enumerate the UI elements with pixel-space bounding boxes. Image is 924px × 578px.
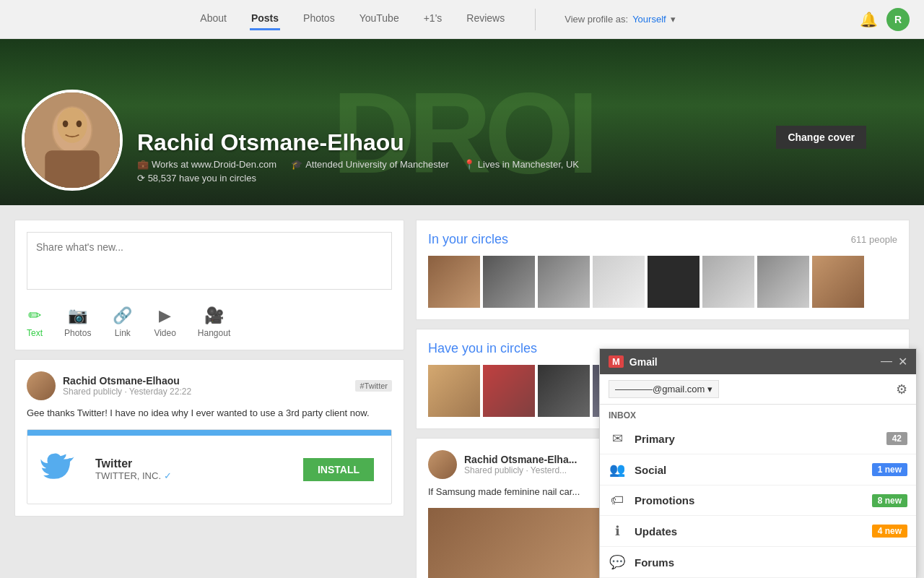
post-author-avatar: [27, 371, 56, 400]
post-meta-1: Rachid Otsmane-Elhaou Shared publicly · …: [63, 375, 348, 397]
gmail-row-promotions[interactable]: 🏷 Promotions 8 new: [600, 486, 916, 516]
account-email: ————@gmail.com: [615, 384, 705, 394]
post-tag[interactable]: #Twitter: [355, 380, 392, 392]
circle-thumb-4[interactable]: [593, 256, 645, 308]
circles-grid: [428, 256, 897, 308]
circle-thumb-2[interactable]: [483, 256, 535, 308]
circles-people-count: 611 people: [851, 234, 897, 245]
top-navigation: About Posts Photos YouTube +1's Reviews …: [0, 0, 924, 39]
circles-count: ⟳ 58,537 have you in circles: [137, 173, 579, 184]
avatar-svg: [25, 90, 120, 191]
twitter-company-text: TWITTER, INC.: [95, 470, 161, 481]
view-profile-value[interactable]: Yourself: [632, 14, 666, 25]
briefcase-icon: 💼: [137, 159, 149, 170]
profile-section: Rachid Otsmane-Elhaou 💼 Works at www.Dro…: [22, 90, 579, 191]
share-video-action[interactable]: ▶ Video: [154, 306, 175, 338]
circle-thumb-7[interactable]: [757, 256, 809, 308]
updates-badge: 4 new: [872, 525, 907, 538]
twitter-card-body: Twitter TWITTER, INC. ✓ INSTALL: [27, 436, 391, 504]
chevron-down-icon: ▾: [671, 14, 676, 25]
nav-divider: [535, 9, 536, 30]
view-profile-label: View profile as:: [565, 14, 628, 25]
nav-photos[interactable]: Photos: [302, 9, 336, 30]
nav-icons: 🔔 R: [860, 8, 910, 31]
gmail-account-bar: ————@gmail.com ▾ ⚙: [600, 374, 916, 405]
svg-rect-3: [45, 150, 99, 188]
gmail-popup: M Gmail — ✕ ————@gmail.com ▾ ⚙ Inbox ✉ P…: [599, 348, 917, 578]
notification-bell-icon[interactable]: 🔔: [860, 11, 878, 28]
promotions-icon: 🏷: [609, 493, 626, 508]
view-profile-section: View profile as: Yourself ▾: [565, 9, 675, 30]
twitter-card-header: [27, 430, 391, 436]
forums-label: Forums: [635, 556, 907, 569]
post-time: Shared publicly · Yesterday 22:22: [63, 387, 348, 397]
circle-thumb-1[interactable]: [428, 256, 480, 308]
svg-point-6: [77, 121, 82, 127]
social-badge: 1 new: [872, 463, 907, 476]
gmail-header[interactable]: M Gmail — ✕: [600, 349, 916, 374]
have-thumb-3[interactable]: [538, 365, 590, 417]
promotions-label: Promotions: [635, 494, 863, 506]
twitter-bird-icon: [36, 444, 87, 495]
gmail-row-updates[interactable]: ℹ Updates 4 new: [600, 516, 916, 547]
share-input[interactable]: [27, 232, 392, 290]
nav-plusones[interactable]: +1's: [422, 9, 444, 30]
post-header-1: Rachid Otsmane-Elhaou Shared publicly · …: [27, 371, 392, 400]
nav-links: About Posts Photos YouTube +1's Reviews …: [14, 9, 860, 30]
twitter-app-name: Twitter: [95, 457, 295, 470]
primary-badge: 42: [886, 432, 907, 445]
install-button[interactable]: INSTALL: [303, 458, 374, 481]
change-cover-button[interactable]: Change cover: [776, 126, 866, 149]
share-text-action[interactable]: ✏ Text: [27, 306, 43, 338]
post-author-name[interactable]: Rachid Otsmane-Elhaou: [63, 375, 348, 387]
avatar-image: [25, 92, 120, 188]
profile-details: 💼 Works at www.Droid-Den.com 🎓 Attended …: [137, 159, 579, 170]
gmail-scroll-area[interactable]: ✉ Primary 42 👥 Social 1 new 🏷 Promotions…: [600, 423, 916, 578]
text-label: Text: [27, 328, 43, 338]
circle-thumb-3[interactable]: [538, 256, 590, 308]
gmail-row-primary[interactable]: ✉ Primary 42: [600, 423, 916, 454]
post-card-1: Rachid Otsmane-Elhaou Shared publicly · …: [14, 359, 404, 517]
circle-thumb-5[interactable]: [648, 256, 699, 308]
share-box: ✏ Text 📷 Photos 🔗 Link ▶ Video 🎥 Ha: [14, 220, 404, 350]
work-text: Works at www.Droid-Den.com: [152, 159, 276, 170]
circles-text: 58,537 have you in circles: [148, 173, 256, 184]
have-thumb-2[interactable]: [483, 365, 535, 417]
svg-point-4: [57, 108, 87, 143]
video-icon: ▶: [159, 306, 171, 325]
close-icon[interactable]: ✕: [898, 355, 907, 368]
gmail-row-social[interactable]: 👥 Social 1 new: [600, 454, 916, 486]
have-you-title: Have you in circles: [428, 341, 537, 356]
nav-reviews[interactable]: Reviews: [465, 9, 506, 30]
post2-avatar: [428, 450, 457, 479]
social-icon: 👥: [609, 462, 626, 478]
minimize-icon[interactable]: —: [881, 355, 892, 368]
user-avatar[interactable]: R: [886, 8, 910, 31]
gmail-gear-icon[interactable]: ⚙: [896, 381, 907, 397]
link-icon: 🔗: [113, 306, 132, 325]
share-photos-action[interactable]: 📷 Photos: [64, 306, 91, 338]
video-label: Video: [154, 328, 175, 338]
gmail-account-select[interactable]: ————@gmail.com ▾: [609, 380, 719, 398]
gmail-logo: M: [609, 355, 624, 368]
circle-thumb-6[interactable]: [702, 256, 754, 308]
location-detail: 📍 Lives in Manchester, UK: [463, 159, 579, 170]
hangout-label: Hangout: [198, 328, 230, 338]
nav-youtube[interactable]: YouTube: [358, 9, 401, 30]
graduation-icon: 🎓: [291, 159, 302, 170]
work-detail: 💼 Works at www.Droid-Den.com: [137, 159, 276, 170]
updates-icon: ℹ: [609, 523, 626, 539]
nav-posts[interactable]: Posts: [250, 9, 280, 30]
gmail-header-icons: — ✕: [881, 355, 907, 368]
have-thumb-1[interactable]: [428, 365, 480, 417]
share-hangout-action[interactable]: 🎥 Hangout: [198, 306, 230, 338]
gmail-row-forums[interactable]: 💬 Forums: [600, 547, 916, 578]
circle-thumb-8[interactable]: [812, 256, 864, 308]
cover-area: DROI Change cover Rachid Otsmane-E: [0, 39, 924, 205]
left-column: ✏ Text 📷 Photos 🔗 Link ▶ Video 🎥 Ha: [14, 220, 404, 578]
nav-about[interactable]: About: [199, 9, 228, 30]
link-label: Link: [115, 328, 131, 338]
share-link-action[interactable]: 🔗 Link: [113, 306, 132, 338]
profile-avatar: [22, 90, 123, 191]
twitter-info: Twitter TWITTER, INC. ✓: [95, 457, 295, 481]
